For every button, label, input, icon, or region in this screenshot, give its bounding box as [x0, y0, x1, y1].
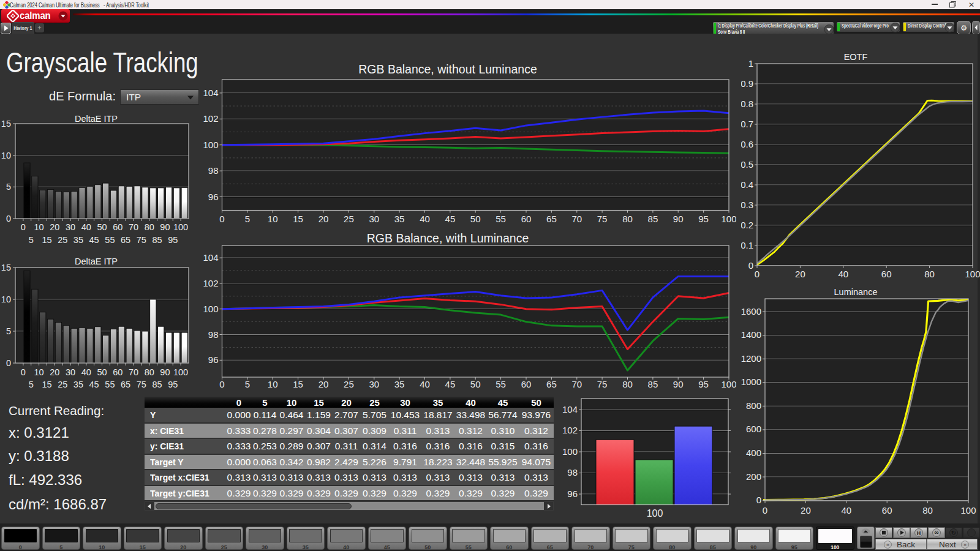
svg-text:1: 1: [748, 58, 753, 69]
svg-text:60: 60: [113, 222, 123, 232]
svg-text:30: 30: [66, 367, 75, 377]
svg-text:55: 55: [496, 379, 506, 389]
svg-text:35: 35: [74, 235, 83, 245]
svg-text:40: 40: [420, 214, 430, 224]
svg-text:1600: 1600: [741, 306, 761, 317]
svg-text:Luminance: Luminance: [834, 287, 878, 297]
svg-text:0.9: 0.9: [741, 78, 753, 89]
svg-text:50: 50: [97, 222, 107, 232]
svg-text:98: 98: [208, 329, 219, 340]
svg-text:95: 95: [698, 214, 709, 224]
svg-text:70: 70: [571, 379, 582, 389]
svg-text:102: 102: [562, 425, 578, 435]
svg-text:40: 40: [838, 269, 848, 279]
svg-text:35: 35: [394, 379, 405, 389]
svg-text:15: 15: [42, 235, 51, 245]
svg-text:0.2: 0.2: [741, 220, 753, 230]
svg-text:100: 100: [203, 304, 218, 314]
svg-text:10: 10: [34, 222, 44, 232]
svg-text:104: 104: [203, 252, 218, 263]
svg-text:45: 45: [89, 380, 99, 389]
svg-text:0.6: 0.6: [741, 139, 753, 149]
svg-text:RGB Balance, with Luminance: RGB Balance, with Luminance: [367, 231, 529, 245]
svg-text:20: 20: [50, 222, 59, 232]
svg-text:35: 35: [74, 380, 83, 389]
svg-text:200: 200: [746, 471, 761, 482]
svg-text:65: 65: [546, 214, 557, 224]
svg-text:100: 100: [647, 508, 663, 519]
svg-text:0: 0: [763, 505, 767, 515]
svg-text:100: 100: [173, 222, 188, 232]
svg-text:10: 10: [268, 379, 278, 389]
svg-text:5: 5: [6, 326, 11, 336]
svg-text:40: 40: [841, 505, 851, 515]
svg-text:60: 60: [521, 214, 532, 224]
svg-text:75: 75: [597, 379, 608, 389]
svg-text:«: «: [886, 542, 889, 548]
svg-text:15: 15: [42, 380, 51, 389]
svg-text:1000: 1000: [741, 377, 761, 387]
svg-text:0: 0: [21, 367, 26, 377]
svg-text:25: 25: [344, 379, 354, 389]
svg-text:15: 15: [293, 379, 303, 389]
svg-text:50: 50: [470, 379, 481, 389]
svg-text:1200: 1200: [741, 353, 761, 364]
svg-text:∞: ∞: [934, 529, 938, 536]
svg-text:102: 102: [203, 278, 218, 288]
svg-text:65: 65: [121, 380, 130, 389]
svg-text:10: 10: [34, 367, 44, 377]
svg-text:85: 85: [152, 235, 162, 245]
svg-text:90: 90: [160, 367, 170, 377]
svg-text:20: 20: [50, 367, 59, 377]
svg-text:1400: 1400: [741, 329, 761, 340]
svg-text:DeltaE ITP: DeltaE ITP: [75, 114, 118, 124]
svg-text:400: 400: [746, 448, 761, 458]
svg-text:100: 100: [965, 269, 980, 279]
svg-text:40: 40: [81, 222, 91, 232]
svg-text:30: 30: [369, 214, 379, 224]
svg-text:»: »: [963, 542, 967, 548]
svg-text:100: 100: [203, 140, 218, 150]
svg-text:25: 25: [344, 214, 354, 224]
svg-text:0: 0: [219, 214, 224, 224]
svg-text:65: 65: [546, 379, 557, 389]
svg-text:55: 55: [105, 380, 115, 389]
svg-text:85: 85: [648, 214, 658, 224]
svg-text:80: 80: [145, 367, 154, 377]
svg-text:0.5: 0.5: [741, 159, 753, 170]
svg-text:5: 5: [29, 235, 34, 245]
svg-text:40: 40: [81, 367, 91, 377]
svg-text:85: 85: [152, 380, 162, 389]
svg-text:102: 102: [203, 113, 218, 124]
svg-text:H: H: [917, 530, 921, 536]
svg-text:5: 5: [245, 379, 250, 389]
svg-text:70: 70: [129, 222, 138, 232]
svg-text:15: 15: [1, 119, 11, 129]
svg-text:20: 20: [795, 269, 805, 279]
svg-text:5: 5: [29, 380, 34, 389]
svg-text:25: 25: [58, 380, 67, 389]
svg-text:EOTF: EOTF: [844, 52, 868, 62]
svg-text:104: 104: [562, 404, 578, 414]
svg-text:96: 96: [208, 192, 219, 202]
svg-text:DeltaE ITP: DeltaE ITP: [75, 257, 118, 266]
svg-text:30: 30: [369, 379, 379, 389]
svg-text:5: 5: [245, 214, 250, 224]
svg-text:600: 600: [746, 424, 761, 434]
svg-text:70: 70: [571, 214, 582, 224]
svg-text:0.1: 0.1: [741, 240, 753, 250]
svg-text:100: 100: [173, 367, 188, 377]
svg-text:90: 90: [160, 222, 170, 232]
svg-text:96: 96: [567, 489, 578, 499]
svg-text:100: 100: [721, 379, 736, 389]
svg-text:60: 60: [521, 379, 532, 389]
svg-text:0: 0: [219, 379, 224, 389]
svg-text:0: 0: [756, 495, 761, 505]
svg-text:25: 25: [58, 235, 67, 245]
svg-text:⚙: ⚙: [960, 24, 967, 32]
svg-text:0.3: 0.3: [741, 200, 753, 210]
svg-text:0: 0: [6, 214, 11, 223]
svg-text:90: 90: [673, 214, 684, 224]
svg-text:104: 104: [203, 88, 218, 98]
svg-text:40: 40: [420, 379, 430, 389]
